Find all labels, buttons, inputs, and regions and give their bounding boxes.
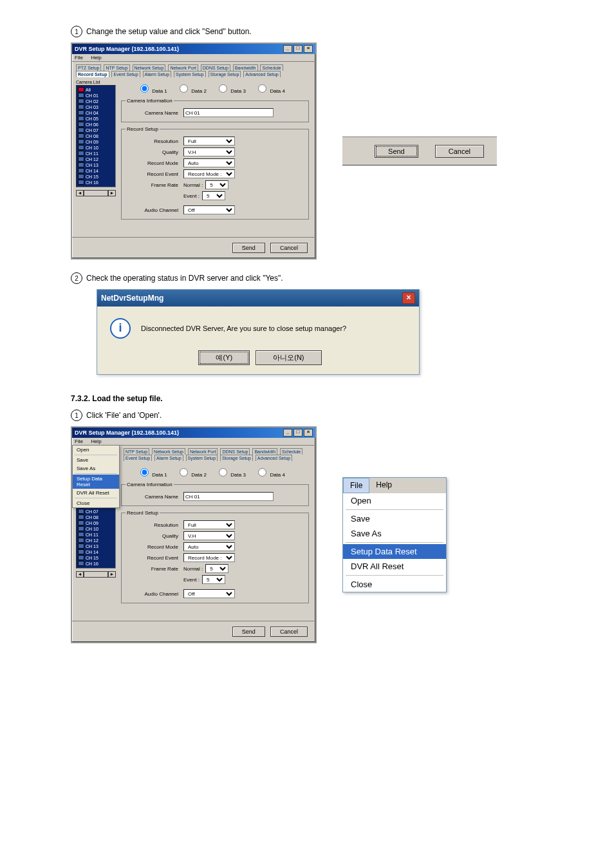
tab-bandwidth[interactable]: Bandwidth [233, 64, 258, 71]
resolution-select[interactable]: Full [183, 137, 235, 146]
menu-help-2[interactable]: Help [91, 439, 101, 444]
audio-channel-select[interactable]: Off [183, 205, 235, 214]
camera-ch04[interactable]: CH 04 [86, 111, 98, 115]
radio-data1[interactable]: Data 1 [137, 88, 167, 94]
tab2-network-port[interactable]: Network Port [188, 448, 218, 455]
file-menu-close[interactable]: Close [73, 499, 119, 507]
frame-event-select[interactable]: 5 [202, 191, 225, 200]
menu-panel-file[interactable]: File [343, 478, 369, 493]
tab-storage-setup[interactable]: Storage Setup [209, 71, 241, 77]
step-2-text: Check the operating status in DVR server… [86, 274, 283, 283]
tab2-network-setup[interactable]: Network Setup [152, 448, 185, 455]
camera-list[interactable]: All CH 01 CH 02 CH 03 CH 04 CH 05 CH 06 … [76, 85, 116, 187]
menu-file-2[interactable]: File [75, 439, 83, 444]
file-menu-open[interactable]: Open [73, 446, 119, 454]
audio-channel-label: Audio Channel [126, 207, 178, 213]
camera-ch12[interactable]: CH 12 [86, 157, 98, 162]
minimize-button-2[interactable]: _ [283, 429, 292, 437]
tab-system-setup[interactable]: System Setup [174, 71, 206, 77]
camera-ch02[interactable]: CH 02 [86, 99, 98, 104]
tab-network-port[interactable]: Network Port [168, 64, 198, 71]
quality-select[interactable]: V.H [183, 147, 235, 156]
tab2-advanced[interactable]: Advanced Setup [256, 455, 292, 461]
msgbox-yes-button[interactable]: 예(Y) [198, 350, 250, 365]
maximize-button-2[interactable]: □ [293, 429, 302, 437]
record-event-select-2[interactable]: Record Mode : On [183, 553, 235, 562]
camera-ch14[interactable]: CH 14 [86, 169, 98, 173]
tab2-bandwidth[interactable]: Bandwidth [252, 448, 277, 455]
file-menu-saveas[interactable]: Save As [73, 464, 119, 473]
tab-schedule[interactable]: Schedule [260, 64, 283, 71]
cancel-button-2[interactable]: Cancel [270, 627, 308, 637]
file-menu-panel-large: File Help Open Save Save As Setup Data R… [342, 477, 447, 592]
menu-panel-close[interactable]: Close [343, 577, 446, 592]
camera-ch13[interactable]: CH 13 [86, 163, 98, 167]
camera-ch09[interactable]: CH 09 [86, 140, 98, 144]
record-mode-select-2[interactable]: Auto [183, 542, 235, 551]
resolution-select-2[interactable]: Full [183, 520, 235, 529]
tab2-storage[interactable]: Storage Setup [220, 455, 253, 461]
send-button[interactable]: Send [232, 243, 265, 253]
camera-ch08[interactable]: CH 08 [86, 134, 98, 138]
camera-ch07[interactable]: CH 07 [86, 128, 98, 133]
file-menu-save[interactable]: Save [73, 456, 119, 464]
frame-event-select-2[interactable]: 5 [202, 575, 225, 584]
menu-panel-save[interactable]: Save [343, 511, 446, 526]
camera-ch03[interactable]: CH 03 [86, 105, 98, 109]
menu-panel-dvr-all-reset[interactable]: DVR All Reset [343, 559, 446, 574]
camera-list-hscroll[interactable]: ◄► [76, 190, 116, 196]
menu-file[interactable]: File [75, 55, 83, 61]
close-button-2[interactable]: × [304, 429, 313, 437]
tab2-event[interactable]: Event Setup [124, 455, 152, 461]
send-button-2[interactable]: Send [232, 627, 265, 637]
record-mode-select[interactable]: Auto [183, 158, 235, 167]
camera-all[interactable]: All [86, 88, 91, 92]
camera-ch15[interactable]: CH 15 [86, 175, 98, 179]
tab-event-setup[interactable]: Event Setup [111, 71, 140, 77]
frame-normal-select[interactable]: 5 [205, 180, 228, 189]
radio-data2[interactable]: Data 2 [176, 88, 207, 94]
file-menu-setup-data-reset[interactable]: Setup Data Reset [73, 475, 119, 489]
msgbox-close-button[interactable]: × [402, 292, 415, 304]
maximize-button[interactable]: □ [293, 45, 302, 53]
camera-ch05[interactable]: CH 05 [86, 117, 98, 121]
camera-name-input-2[interactable] [183, 492, 274, 501]
tab2-system[interactable]: System Setup [186, 455, 218, 461]
tab-network-setup[interactable]: Network Setup [133, 64, 166, 71]
camera-name-input[interactable] [183, 108, 274, 117]
tab2-ntp[interactable]: NTP Setup [124, 448, 149, 455]
menu-panel-open[interactable]: Open [343, 493, 446, 508]
record-event-select[interactable]: Record Mode : On [183, 169, 235, 178]
send-button-large[interactable]: Send [375, 145, 418, 158]
menu-panel-setup-data-reset[interactable]: Setup Data Reset [343, 544, 446, 559]
tab2-schedule[interactable]: Schedule [280, 448, 302, 455]
camera-ch16[interactable]: CH 16 [86, 180, 98, 185]
msgbox-no-button[interactable]: 아니오(N) [256, 350, 321, 365]
cancel-button[interactable]: Cancel [270, 243, 308, 253]
camera-ch06[interactable]: CH 06 [86, 122, 98, 127]
frame-normal-select-2[interactable]: 5 [205, 564, 228, 573]
tab-record-setup[interactable]: Record Setup [76, 71, 109, 77]
menu-panel-help[interactable]: Help [369, 478, 398, 493]
audio-channel-select-2[interactable]: Off [183, 589, 235, 598]
tab2-alarm[interactable]: Alarm Setup [154, 455, 183, 461]
quality-select-2[interactable]: V.H [183, 531, 235, 540]
tab-alarm-setup[interactable]: Alarm Setup [143, 71, 172, 77]
file-menu-dvr-all-reset[interactable]: DVR All Reset [73, 489, 119, 497]
camera-ch11[interactable]: CH 11 [86, 151, 98, 156]
cancel-button-large[interactable]: Cancel [435, 145, 484, 158]
tab-ptz-setup[interactable]: PTZ Setup [76, 64, 101, 71]
minimize-button[interactable]: _ [283, 45, 292, 53]
radio-data4[interactable]: Data 4 [255, 88, 285, 94]
camera-ch01[interactable]: CH 01 [86, 93, 98, 98]
close-button[interactable]: × [304, 45, 313, 53]
tab-ddns-setup[interactable]: DDNS Setup [201, 64, 230, 71]
menu-panel-saveas[interactable]: Save As [343, 526, 446, 541]
tab2-ddns[interactable]: DDNS Setup [220, 448, 250, 455]
tab-ntp-setup[interactable]: NTP Setup [104, 64, 129, 71]
camera-list-hscroll-2[interactable]: ◄► [76, 571, 116, 578]
radio-data3[interactable]: Data 3 [216, 88, 246, 94]
menu-help[interactable]: Help [91, 55, 101, 61]
camera-ch10[interactable]: CH 10 [86, 146, 98, 150]
tab-advanced-setup[interactable]: Advanced Setup [243, 71, 280, 77]
